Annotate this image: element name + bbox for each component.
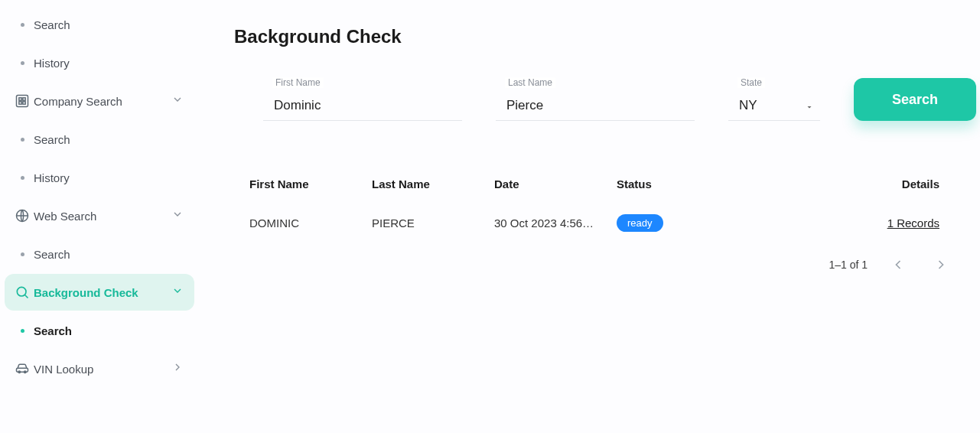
sidebar-item-label: Web Search	[34, 210, 171, 223]
col-last-name: Last Name	[372, 177, 494, 190]
svg-rect-3	[19, 102, 21, 104]
cell-date: 30 Oct 2023 4:56…	[494, 216, 617, 230]
search-icon	[11, 285, 34, 300]
col-status: Status	[617, 177, 739, 190]
next-page-button[interactable]	[929, 252, 953, 277]
dot-icon	[11, 23, 34, 27]
state-field-wrapper: State	[728, 84, 820, 121]
cell-last-name: PIERCE	[372, 216, 494, 230]
main-content: Background Check First Name Last Name St…	[199, 0, 980, 433]
sidebar-item-search-3[interactable]: Search	[5, 236, 194, 272]
chevron-right-icon	[933, 257, 949, 272]
svg-rect-2	[23, 98, 25, 100]
svg-rect-4	[23, 102, 25, 104]
sidebar-item-web-search[interactable]: Web Search	[5, 197, 194, 234]
company-icon	[11, 93, 34, 109]
cell-details: 1 Records	[739, 216, 961, 230]
sidebar-item-search-active[interactable]: Search	[5, 312, 194, 349]
sidebar-item-label: Search	[34, 248, 184, 261]
sidebar-item-company-search[interactable]: Company Search	[5, 83, 194, 119]
results-table: First Name Last Name Date Status Details…	[234, 167, 976, 245]
table-row: DOMINIC PIERCE 30 Oct 2023 4:56… ready 1…	[234, 200, 976, 245]
first-name-field-wrapper: First Name	[263, 84, 462, 121]
dot-icon	[11, 329, 34, 333]
sidebar-item-label: Company Search	[34, 95, 171, 108]
sidebar-item-history-2[interactable]: History	[5, 159, 194, 196]
chevron-right-icon	[171, 361, 184, 376]
dot-icon	[11, 176, 34, 180]
sidebar-item-label: Search	[34, 18, 184, 31]
sidebar-item-search-2[interactable]: Search	[5, 121, 194, 158]
sidebar-item-label: History	[34, 171, 184, 184]
search-form: First Name Last Name State Search	[234, 78, 976, 121]
col-first-name: First Name	[249, 177, 372, 190]
sidebar-item-label: History	[34, 57, 184, 70]
sidebar-item-label: Background Check	[34, 286, 171, 299]
status-badge: ready	[617, 214, 663, 232]
details-link[interactable]: 1 Records	[887, 216, 939, 230]
prev-page-button[interactable]	[886, 252, 910, 277]
pagination-range: 1–1 of 1	[829, 259, 868, 271]
chevron-down-icon	[171, 93, 184, 109]
last-name-label: Last Name	[505, 77, 555, 88]
state-label: State	[737, 77, 765, 88]
sidebar-item-history-1[interactable]: History	[5, 44, 194, 81]
svg-rect-0	[17, 96, 28, 107]
car-icon	[11, 361, 34, 376]
sidebar-item-background-check[interactable]: Background Check	[5, 274, 194, 311]
sidebar: Search History Company Search Search His…	[0, 0, 199, 433]
dot-icon	[11, 138, 34, 142]
sidebar-item-label: Search	[34, 133, 184, 146]
col-date: Date	[494, 177, 617, 190]
state-select[interactable]	[728, 84, 820, 121]
page-title: Background Check	[234, 26, 976, 47]
globe-icon	[11, 208, 34, 223]
first-name-input[interactable]	[263, 84, 462, 121]
table-header-row: First Name Last Name Date Status Details	[234, 167, 976, 200]
sidebar-item-label: VIN Lookup	[34, 363, 171, 376]
sidebar-item-vin-lookup[interactable]: VIN Lookup	[5, 350, 194, 387]
pagination: 1–1 of 1	[234, 245, 976, 277]
dot-icon	[11, 61, 34, 65]
chevron-left-icon	[890, 257, 906, 272]
chevron-down-icon	[171, 285, 184, 300]
last-name-input[interactable]	[496, 84, 695, 121]
svg-point-6	[17, 287, 26, 296]
last-name-field-wrapper: Last Name	[496, 84, 695, 121]
col-details: Details	[739, 177, 961, 190]
cell-first-name: DOMINIC	[249, 216, 372, 230]
svg-line-7	[25, 295, 28, 298]
search-button[interactable]: Search	[854, 78, 976, 121]
chevron-down-icon	[171, 208, 184, 223]
dot-icon	[11, 252, 34, 256]
sidebar-item-search-1[interactable]: Search	[5, 6, 194, 43]
sidebar-item-label: Search	[34, 324, 184, 337]
first-name-label: First Name	[272, 77, 324, 88]
cell-status: ready	[617, 214, 739, 232]
svg-rect-1	[19, 98, 21, 100]
